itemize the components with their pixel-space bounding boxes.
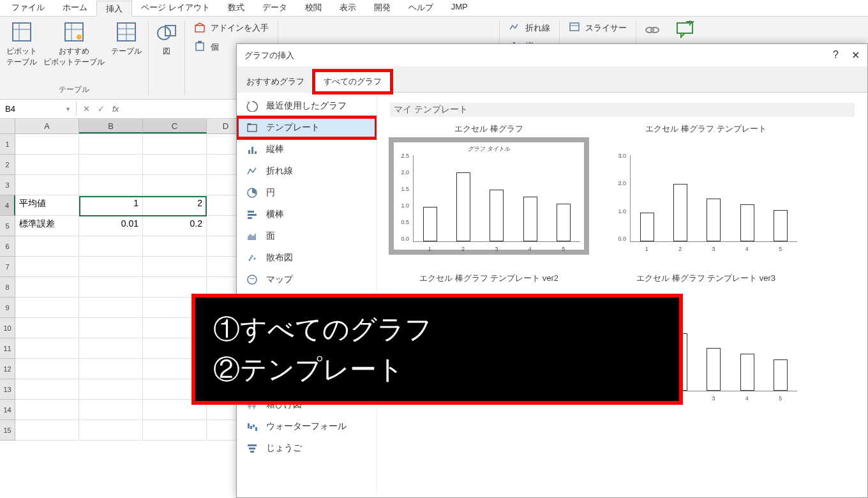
cell[interactable]: [79, 155, 143, 175]
cell[interactable]: 1: [79, 195, 143, 216]
row-header[interactable]: 2: [0, 155, 15, 175]
cell[interactable]: [15, 318, 79, 338]
chart-type-map[interactable]: マップ: [237, 269, 377, 290]
row-header[interactable]: 8: [0, 277, 15, 298]
tab-developer[interactable]: 開発: [365, 0, 400, 16]
cell[interactable]: [15, 277, 79, 298]
cell[interactable]: [143, 155, 207, 175]
comment-icon[interactable]: [673, 20, 695, 40]
cell[interactable]: [15, 400, 79, 420]
dialog-help-button[interactable]: ?: [833, 49, 839, 61]
cell[interactable]: [79, 298, 143, 318]
select-all-corner[interactable]: [0, 119, 15, 133]
name-box[interactable]: B4 ▼: [0, 102, 77, 116]
row-header[interactable]: 9: [0, 298, 15, 318]
row-header[interactable]: 3: [0, 175, 15, 195]
cell[interactable]: [15, 359, 79, 379]
tab-home[interactable]: ホーム: [54, 0, 96, 16]
cell[interactable]: [143, 175, 207, 195]
cell[interactable]: [79, 236, 143, 257]
cell[interactable]: [79, 134, 143, 155]
tab-jmp[interactable]: JMP: [442, 0, 477, 16]
cell[interactable]: [79, 257, 143, 277]
cell[interactable]: [79, 420, 143, 441]
cell[interactable]: [79, 379, 143, 400]
row-header[interactable]: 4: [0, 195, 15, 216]
cell[interactable]: [79, 400, 143, 420]
chart-type-recent[interactable]: 最近使用したグラフ: [237, 95, 377, 117]
recommended-pivot-button[interactable]: おすすめ ピボットテーブル: [43, 20, 105, 68]
cell[interactable]: [15, 175, 79, 195]
row-header[interactable]: 11: [0, 338, 15, 359]
col-header-b[interactable]: B: [79, 119, 143, 133]
tab-help[interactable]: ヘルプ: [400, 0, 442, 16]
row-header[interactable]: 7: [0, 257, 15, 277]
get-addins-button[interactable]: アドインを入手: [191, 20, 271, 36]
cell[interactable]: [79, 359, 143, 379]
chart-type-waterfall[interactable]: ウォーターフォール: [237, 416, 377, 437]
cell[interactable]: [143, 236, 207, 257]
cell[interactable]: [15, 420, 79, 441]
cell[interactable]: 2: [143, 195, 207, 216]
confirm-icon[interactable]: ✓: [98, 104, 105, 114]
cell[interactable]: [15, 134, 79, 155]
chart-type-pie[interactable]: 円: [237, 182, 377, 204]
tab-review[interactable]: 校閲: [296, 0, 331, 16]
cell[interactable]: [79, 318, 143, 338]
cell[interactable]: 平均値: [15, 195, 79, 216]
template-item[interactable]: エクセル 棒グラフ テンプレート0.01.02.03.012345: [607, 123, 805, 253]
cell[interactable]: 0.01: [79, 216, 143, 236]
row-header[interactable]: 15: [0, 420, 15, 441]
chart-type-funnel[interactable]: じょうご: [237, 437, 377, 459]
row-header[interactable]: 13: [0, 379, 15, 400]
dropdown-icon[interactable]: ▼: [65, 106, 71, 112]
row-header[interactable]: 14: [0, 400, 15, 420]
col-header-a[interactable]: A: [15, 119, 79, 133]
tab-data[interactable]: データ: [253, 0, 296, 16]
chart-type-column[interactable]: 縦棒: [237, 139, 377, 160]
cell[interactable]: [15, 379, 79, 400]
row-header[interactable]: 12: [0, 359, 15, 379]
tab-insert[interactable]: 挿入: [96, 1, 132, 17]
chart-type-template[interactable]: テンプレート: [237, 117, 377, 139]
my-addins-button[interactable]: 個: [191, 40, 221, 55]
cell[interactable]: [143, 420, 207, 441]
dialog-close-button[interactable]: ✕: [851, 49, 860, 61]
tab-pagelayout[interactable]: ページ レイアウト: [132, 0, 219, 16]
cell[interactable]: [79, 277, 143, 298]
tab-view[interactable]: 表示: [331, 0, 365, 16]
fx-label[interactable]: fx: [112, 104, 119, 114]
cancel-icon[interactable]: ✕: [83, 104, 90, 114]
chart-type-area[interactable]: 面: [237, 225, 377, 247]
sparkline-line-button[interactable]: 折れ線: [506, 20, 553, 36]
cell[interactable]: [15, 338, 79, 359]
row-header[interactable]: 6: [0, 236, 15, 257]
row-header[interactable]: 5: [0, 216, 15, 236]
tab-all-charts[interactable]: すべてのグラフ: [314, 71, 391, 93]
chart-type-line[interactable]: 折れ線: [237, 160, 377, 182]
tab-formulas[interactable]: 数式: [219, 0, 253, 16]
chart-type-bar[interactable]: 横棒: [237, 204, 377, 225]
cell[interactable]: [79, 175, 143, 195]
row-header[interactable]: 10: [0, 318, 15, 338]
pivot-table-button[interactable]: ピボット テーブル: [6, 20, 37, 68]
cell[interactable]: 標準誤差: [15, 216, 79, 236]
cell[interactable]: [143, 134, 207, 155]
cell[interactable]: [15, 236, 79, 257]
tab-file[interactable]: ファイル: [3, 0, 54, 16]
template-item[interactable]: エクセル 棒グラフグラフ タイトル0.00.51.01.52.02.512345: [390, 123, 588, 253]
cell[interactable]: [15, 298, 79, 318]
tab-recommended-charts[interactable]: おすすめグラフ: [237, 71, 314, 93]
slicer-button[interactable]: スライサー: [566, 20, 629, 36]
illustrations-button[interactable]: 図: [155, 20, 178, 57]
cell[interactable]: [15, 257, 79, 277]
link-icon[interactable]: [643, 20, 662, 40]
table-button[interactable]: テーブル: [111, 20, 142, 57]
cell[interactable]: [79, 338, 143, 359]
row-header[interactable]: 1: [0, 134, 15, 155]
cell[interactable]: [15, 155, 79, 175]
cell[interactable]: 0.2: [143, 216, 207, 236]
col-header-c[interactable]: C: [143, 119, 207, 133]
chart-type-scatter[interactable]: 散布図: [237, 247, 377, 269]
cell[interactable]: [143, 257, 207, 277]
